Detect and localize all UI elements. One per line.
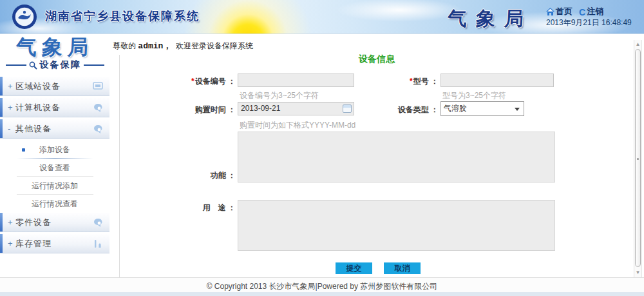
device-type-select[interactable]: 气溶胶 [440, 101, 524, 116]
magnifier-icon [29, 61, 37, 70]
purchase-date-hint: 购置时间为如下格式YYYY-MM-dd [240, 120, 355, 131]
function-textarea[interactable] [238, 132, 555, 183]
sidebar-item-parts[interactable]: + 零件设备 [0, 213, 109, 232]
top-links: 首页C注销 [546, 6, 643, 17]
model-label: *型号 ： [365, 76, 439, 87]
submenu-item-view-run-status[interactable]: 运行情况查看 [0, 195, 109, 213]
usage-textarea[interactable] [238, 200, 555, 251]
purchase-date-input[interactable]: 2013-09-21 [238, 102, 354, 115]
system-title: 湖南省宁乡县设备保障系统 [45, 8, 200, 24]
sidebar-item-regional-station[interactable]: + 区域站设备 [0, 77, 109, 96]
device-type-label: 设备类型 ： [365, 104, 439, 115]
menu-accent-bar [0, 98, 3, 117]
welcome-message: 尊敬的 admin， 欢迎登录设备保障系统 [113, 40, 253, 52]
chat-icon [93, 124, 103, 134]
menu-accent-bar [0, 119, 3, 138]
page-footer: © Copyright 2013 长沙市气象局|Powered by 苏州梦图软… [0, 277, 644, 296]
chat-icon [93, 217, 103, 228]
chat-icon [93, 103, 103, 113]
scroll-down-icon[interactable]: ▼ [634, 270, 641, 276]
datetime-display: 2013年9月21日 16:48:49 [546, 17, 632, 28]
sidebar-menu: + 区域站设备 + 计算机设备 - 其他设备 添加设备 设备查看 运行情况添加 [0, 77, 109, 255]
home-link[interactable]: 首页 [546, 6, 573, 16]
device-no-label: *设备编号 ： [133, 76, 236, 87]
sidebar-item-inventory[interactable]: + 库存管理 [0, 234, 109, 253]
device-no-input[interactable] [238, 74, 354, 87]
submenu-item-add-run-status[interactable]: 运行情况添加 [0, 177, 109, 195]
top-banner: 湖南省宁乡县设备保障系统 气象局 首页C注销 2013年9月21日 16:48:… [0, 0, 644, 34]
usage-label: 用 途 ： [133, 202, 236, 213]
home-icon [546, 8, 554, 15]
form-title: 设备信息 [120, 54, 634, 65]
menu-accent-bar [0, 213, 3, 232]
active-bullet [22, 148, 25, 152]
model-input[interactable] [440, 74, 554, 87]
submenu-item-view-device[interactable]: 设备查看 [0, 159, 109, 177]
cancel-button[interactable]: 取消 [384, 262, 421, 274]
scrollbar-thumb[interactable] [635, 49, 641, 267]
logout-link[interactable]: C注销 [579, 6, 603, 16]
username: admin， [138, 41, 171, 51]
other-equipment-submenu: 添加设备 设备查看 运行情况添加 运行情况查看 [0, 141, 109, 213]
device-no-hint: 设备编号为3~25个字符 [240, 90, 319, 101]
device-info-panel: 设备信息 *设备编号 ： *型号 ： 设备编号为3~25个字符 型号为3~25个… [119, 55, 634, 277]
sidebar-item-other-equipment[interactable]: - 其他设备 [0, 119, 109, 139]
sidebar-item-computer[interactable]: + 计算机设备 [0, 98, 109, 117]
submit-button[interactable]: 提交 [336, 262, 372, 274]
bureau-emblem-icon [12, 4, 37, 30]
bureau-title: 气象局 [447, 6, 533, 32]
purchase-date-label: 购置时间 ： [133, 104, 236, 115]
menu-accent-bar [0, 234, 3, 253]
function-label: 功能 ： [133, 170, 236, 181]
footer-strip [0, 292, 644, 296]
vertical-scrollbar[interactable]: ▲ ▼ [634, 40, 642, 277]
submenu-item-add-device[interactable]: 添加设备 [0, 141, 109, 159]
calendar-icon[interactable] [343, 104, 352, 113]
sidebar-logo-title: 气象局 [0, 36, 110, 58]
chevron-down-icon [515, 108, 520, 111]
scroll-up-icon[interactable]: ▲ [634, 41, 641, 48]
sidebar-logo-subtitle-row: 设备保障 [0, 59, 109, 71]
logout-icon: C [579, 7, 585, 17]
sidebar-logo: 气象局 设备保障 [0, 36, 109, 75]
model-hint: 型号为3~25个字符 [442, 90, 506, 101]
copyright-text: © Copyright 2013 长沙市气象局|Powered by 苏州梦图软… [0, 281, 644, 292]
tools-icon [93, 239, 103, 249]
monitor-icon [93, 81, 103, 92]
menu-accent-bar [0, 77, 3, 95]
